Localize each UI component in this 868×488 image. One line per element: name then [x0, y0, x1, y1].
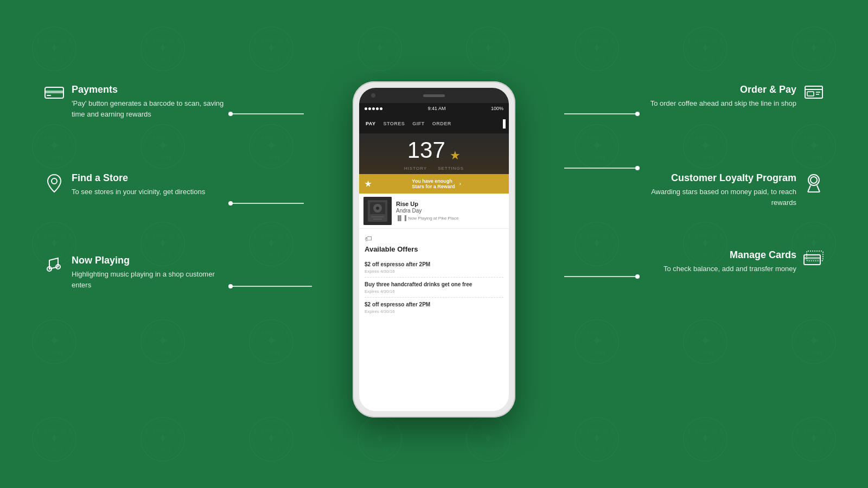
- svg-text:✦: ✦: [591, 431, 603, 446]
- svg-text:✦: ✦: [49, 431, 60, 446]
- svg-point-186: [578, 421, 615, 458]
- svg-text:COFFEE: COFFEE: [696, 350, 715, 355]
- now-playing-icon: [43, 256, 65, 278]
- manage-cards-text: Manage Cards To check balance, add and t…: [663, 249, 796, 274]
- svg-text:STARBUCKS: STARBUCKS: [145, 331, 181, 336]
- status-time: 9:41 AM: [427, 106, 445, 111]
- feature-order-pay: Order & Pay To order coffee ahead and sk…: [650, 84, 825, 109]
- svg-point-181: [470, 421, 507, 458]
- svg-text:COFFEE: COFFEE: [262, 253, 281, 258]
- svg-text:COFFEE: COFFEE: [154, 57, 173, 62]
- reward-banner[interactable]: ★ You have enough Stars for a Reward ›: [359, 174, 509, 194]
- svg-point-146: [578, 323, 615, 360]
- offer-text-1: $2 off espresso after 2PM: [365, 261, 503, 268]
- svg-point-120: [33, 320, 76, 364]
- nav-gift[interactable]: GIFT: [409, 119, 428, 129]
- payments-title: Payments: [72, 84, 228, 95]
- manage-cards-desc: To check balance, add and transfer money: [663, 264, 796, 274]
- svg-text:STARBUCKS: STARBUCKS: [579, 331, 615, 336]
- svg-text:STARBUCKS: STARBUCKS: [145, 38, 181, 43]
- svg-text:STARBUCKS: STARBUCKS: [688, 38, 723, 43]
- now-playing-desc: Highlighting music playing in a shop cus…: [72, 269, 228, 290]
- album-art: [363, 197, 392, 225]
- nav-order[interactable]: ORDER: [429, 119, 455, 129]
- svg-point-11: [253, 30, 290, 67]
- svg-text:COFFEE: COFFEE: [371, 57, 390, 62]
- signal-dots: [365, 107, 382, 110]
- svg-text:✦: ✦: [374, 431, 386, 446]
- svg-point-176: [361, 421, 398, 458]
- svg-text:STARBUCKS: STARBUCKS: [254, 38, 289, 43]
- payments-icon: [43, 85, 65, 104]
- payments-desc: 'Pay' button generates a barcode to scan…: [72, 98, 228, 119]
- music-info: Rise Up Andra Day ▐▌▐ Now Playing at Pik…: [396, 201, 505, 221]
- offer-expires-2: Expires 4/30/16: [365, 289, 503, 294]
- svg-text:✦: ✦: [266, 235, 277, 251]
- svg-point-222: [52, 178, 57, 184]
- svg-text:STARBUCKS: STARBUCKS: [254, 136, 289, 140]
- svg-point-190: [684, 418, 727, 461]
- svg-point-10: [250, 27, 293, 71]
- svg-text:STARBUCKS: STARBUCKS: [579, 38, 615, 43]
- offers-tag-icon: 🏷: [365, 234, 503, 243]
- svg-point-20: [467, 27, 510, 71]
- svg-text:✦: ✦: [49, 138, 60, 153]
- svg-point-106: [578, 226, 615, 262]
- svg-text:COFFEE: COFFEE: [154, 350, 173, 355]
- history-label[interactable]: HISTORY: [404, 166, 427, 171]
- svg-point-196: [795, 421, 832, 458]
- svg-point-26: [578, 30, 615, 67]
- svg-text:✦: ✦: [49, 235, 60, 251]
- feature-manage-cards: Manage Cards To check balance, add and t…: [663, 249, 825, 274]
- svg-text:COFFEE: COFFEE: [479, 57, 498, 62]
- offer-text-3: $2 off espresso after 2PM: [365, 301, 503, 308]
- nav-chart-icon: ▐: [500, 119, 506, 128]
- svg-text:✦: ✦: [700, 138, 711, 153]
- svg-point-203: [228, 201, 233, 206]
- svg-text:✦: ✦: [266, 431, 277, 446]
- svg-point-161: [36, 421, 73, 458]
- svg-text:COFFEE: COFFEE: [262, 155, 281, 160]
- svg-point-156: [795, 323, 832, 360]
- svg-text:STARBUCKS: STARBUCKS: [37, 331, 72, 336]
- now-playing-title: Now Playing: [72, 255, 228, 266]
- svg-point-151: [687, 323, 724, 360]
- svg-point-75: [792, 125, 836, 169]
- svg-text:✦: ✦: [808, 40, 820, 55]
- svg-point-31: [687, 30, 724, 67]
- svg-point-50: [250, 125, 293, 169]
- svg-text:STARBUCKS: STARBUCKS: [145, 428, 181, 433]
- svg-text:COFFEE: COFFEE: [45, 448, 64, 453]
- svg-text:✦: ✦: [483, 431, 494, 446]
- settings-label[interactable]: SETTINGS: [438, 166, 464, 171]
- svg-text:✦: ✦: [591, 40, 603, 55]
- order-pay-icon: [803, 85, 825, 105]
- svg-point-40: [33, 125, 76, 169]
- svg-point-66: [578, 128, 615, 165]
- svg-text:STARBUCKS: STARBUCKS: [796, 428, 832, 433]
- reward-text: You have enough Stars for a Reward: [412, 178, 456, 189]
- loyalty-icon: [803, 174, 825, 197]
- music-title: Rise Up: [396, 201, 505, 207]
- music-card: Rise Up Andra Day ▐▌▐ Now Playing at Pik…: [359, 194, 509, 229]
- svg-text:✦: ✦: [591, 138, 603, 153]
- svg-text:STARBUCKS: STARBUCKS: [37, 428, 72, 433]
- svg-text:STARBUCKS: STARBUCKS: [579, 428, 615, 433]
- offer-expires-1: Expires 4/30/16: [365, 269, 503, 274]
- manage-cards-title: Manage Cards: [663, 249, 796, 261]
- svg-point-21: [470, 30, 507, 67]
- stars-count: 137: [407, 137, 445, 163]
- star-icon: ★: [450, 149, 461, 162]
- svg-text:COFFEE: COFFEE: [45, 155, 64, 160]
- nav-pay[interactable]: PAY: [362, 119, 379, 129]
- svg-text:COFFEE: COFFEE: [45, 57, 64, 62]
- find-store-desc: To see stores in your vicinity, get dire…: [72, 187, 205, 197]
- svg-point-126: [144, 323, 181, 360]
- nav-stores[interactable]: STORES: [380, 119, 409, 129]
- svg-text:✦: ✦: [808, 138, 820, 153]
- svg-text:STARBUCKS: STARBUCKS: [579, 233, 615, 238]
- offer-item-3: $2 off espresso after 2PM Expires 4/30/1…: [365, 298, 503, 317]
- feature-loyalty: Customer Loyalty Program Awarding stars …: [640, 172, 825, 208]
- svg-text:COFFEE: COFFEE: [805, 57, 824, 62]
- svg-text:STARBUCKS: STARBUCKS: [796, 38, 832, 43]
